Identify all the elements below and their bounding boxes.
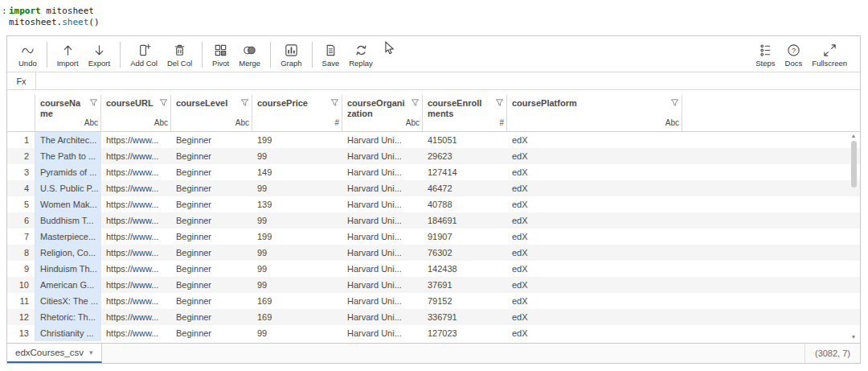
cell-coursePlatform[interactable]: edX — [507, 148, 682, 164]
column-dtype[interactable]: Abc — [154, 118, 168, 127]
column-dtype[interactable]: Abc — [84, 118, 98, 127]
cell-courseOrganization[interactable]: Harvard Uni... — [342, 229, 423, 245]
cell-coursePrice[interactable]: 99 — [252, 261, 342, 277]
cell-courseLevel[interactable]: Beginner — [171, 148, 252, 164]
toolbar-button-steps[interactable]: Steps — [751, 38, 780, 72]
cell-coursePrice[interactable]: 149 — [252, 164, 342, 180]
cell-coursePlatform[interactable]: edX — [507, 180, 682, 196]
scrollbar-thumb[interactable] — [851, 141, 857, 188]
row-index[interactable]: 12 — [7, 309, 35, 325]
row-index[interactable]: 9 — [7, 261, 35, 277]
vertical-scrollbar[interactable]: ▲ ▼ — [849, 132, 858, 340]
toolbar-button-import[interactable]: Import — [52, 38, 84, 72]
row-index[interactable]: 13 — [7, 325, 35, 341]
cell-coursePrice[interactable]: 99 — [252, 148, 342, 164]
cell-courseLevel[interactable]: Beginner — [171, 212, 252, 229]
cell-coursePrice[interactable]: 99 — [252, 180, 342, 196]
cell-coursePlatform[interactable]: edX — [507, 164, 682, 180]
cell-courseLevel[interactable]: Beginner — [171, 261, 252, 277]
cell-coursePlatform[interactable]: edX — [507, 196, 682, 212]
cell-courseName[interactable]: Hinduism Th... — [35, 261, 101, 277]
cell-courseLevel[interactable]: Beginner — [171, 277, 252, 293]
cell-courseURL[interactable]: https://www... — [101, 148, 171, 164]
cell-courseName[interactable]: Pyramids of ... — [35, 164, 101, 180]
cell-courseOrganization[interactable]: Harvard Uni... — [342, 212, 423, 229]
cell-courseURL[interactable]: https://www... — [101, 245, 171, 261]
cell-coursePrice[interactable]: 199 — [252, 229, 342, 245]
toolbar-button-add-col[interactable]: Add Col — [125, 38, 162, 72]
cell-courseOrganization[interactable]: Harvard Uni... — [342, 293, 423, 309]
row-index[interactable]: 11 — [7, 293, 35, 309]
cell-courseEnrollments[interactable]: 37691 — [423, 277, 507, 293]
cell-courseName[interactable]: American G... — [35, 277, 101, 293]
cell-coursePlatform[interactable]: edX — [507, 132, 682, 148]
toolbar-button-pivot[interactable]: Pivot — [207, 38, 234, 72]
cell-courseOrganization[interactable]: Harvard Uni... — [342, 148, 423, 164]
row-index[interactable]: 7 — [7, 229, 35, 245]
cell-courseLevel[interactable]: Beginner — [171, 180, 252, 196]
cell-coursePrice[interactable]: 99 — [252, 277, 342, 293]
cell-courseOrganization[interactable]: Harvard Uni... — [342, 245, 423, 261]
column-header-coursePrice[interactable]: coursePrice# — [252, 95, 342, 131]
row-index[interactable]: 6 — [7, 212, 35, 229]
cell-courseName[interactable]: Christianity ... — [35, 325, 101, 341]
scrollbar-track[interactable] — [850, 139, 858, 333]
cell-courseOrganization[interactable]: Harvard Uni... — [342, 164, 423, 180]
cell-coursePrice[interactable]: 199 — [252, 132, 342, 148]
cell-courseName[interactable]: Rhetoric: Th... — [35, 309, 101, 325]
cell-courseName[interactable]: The Architec... — [35, 132, 101, 148]
cell-coursePlatform[interactable]: edX — [507, 309, 682, 325]
row-index[interactable]: 5 — [7, 196, 35, 212]
cell-courseLevel[interactable]: Beginner — [171, 229, 252, 245]
cell-courseURL[interactable]: https://www... — [101, 180, 171, 196]
cell-courseLevel[interactable]: Beginner — [171, 196, 252, 212]
cell-courseOrganization[interactable]: Harvard Uni... — [342, 180, 423, 196]
column-header-coursePlatform[interactable]: coursePlatformAbc — [507, 95, 682, 131]
column-header-courseOrganization[interactable]: courseOrganizationAbc — [342, 95, 423, 131]
filter-icon[interactable] — [411, 98, 420, 109]
toolbar-button-save[interactable]: Save — [317, 38, 345, 72]
cell-courseEnrollments[interactable]: 127023 — [423, 325, 507, 341]
cell-courseURL[interactable]: https://www... — [101, 293, 171, 309]
cell-courseLevel[interactable]: Beginner — [171, 293, 252, 309]
cell-courseName[interactable]: Buddhism T... — [35, 212, 101, 229]
toolbar-button-graph[interactable]: Graph — [276, 38, 306, 72]
cell-courseOrganization[interactable]: Harvard Uni... — [342, 309, 423, 325]
scroll-down-icon[interactable]: ▼ — [851, 333, 857, 340]
cell-courseEnrollments[interactable]: 29623 — [423, 148, 507, 164]
column-dtype[interactable]: Abc — [406, 118, 420, 127]
filter-icon[interactable] — [89, 98, 98, 109]
cell-coursePrice[interactable]: 169 — [252, 293, 342, 309]
cell-coursePlatform[interactable]: edX — [507, 277, 682, 293]
toolbar-button-export[interactable]: Export — [84, 38, 115, 72]
row-index[interactable]: 1 — [7, 132, 35, 148]
column-header-courseName[interactable]: courseNameAbc — [35, 95, 101, 131]
cell-courseLevel[interactable]: Beginner — [171, 132, 252, 148]
cell-courseURL[interactable]: https://www... — [101, 309, 171, 325]
cell-courseName[interactable]: U.S. Public P... — [35, 180, 101, 196]
cell-courseEnrollments[interactable]: 76302 — [423, 245, 507, 261]
column-header-courseURL[interactable]: courseURLAbc — [101, 95, 171, 131]
cell-coursePrice[interactable]: 169 — [252, 309, 342, 325]
formula-input[interactable] — [36, 72, 860, 89]
cell-courseOrganization[interactable]: Harvard Uni... — [342, 277, 423, 293]
cell-courseEnrollments[interactable]: 415051 — [423, 132, 507, 148]
sheet-tab[interactable]: edxCourses_csv ▾ — [7, 344, 102, 363]
toolbar-button-undo[interactable]: Undo — [14, 38, 42, 72]
cell-courseURL[interactable]: https://www... — [101, 325, 171, 341]
cell-coursePlatform[interactable]: edX — [507, 293, 682, 309]
cell-coursePrice[interactable]: 99 — [252, 212, 342, 229]
filter-icon[interactable] — [495, 98, 504, 109]
cell-courseURL[interactable]: https://www... — [101, 132, 171, 148]
cell-courseEnrollments[interactable]: 46472 — [423, 180, 507, 196]
cell-courseEnrollments[interactable]: 184691 — [423, 212, 507, 229]
cell-courseLevel[interactable]: Beginner — [171, 245, 252, 261]
scroll-up-icon[interactable]: ▲ — [851, 132, 857, 139]
cell-courseLevel[interactable]: Beginner — [171, 325, 252, 341]
cell-courseName[interactable]: The Path to ... — [35, 148, 101, 164]
toolbar-button-merge[interactable]: Merge — [234, 38, 265, 72]
column-dtype[interactable]: Abc — [665, 118, 679, 127]
cell-coursePlatform[interactable]: edX — [507, 212, 682, 229]
caret-down-icon[interactable]: ▾ — [89, 348, 93, 357]
cell-courseURL[interactable]: https://www... — [101, 261, 171, 277]
